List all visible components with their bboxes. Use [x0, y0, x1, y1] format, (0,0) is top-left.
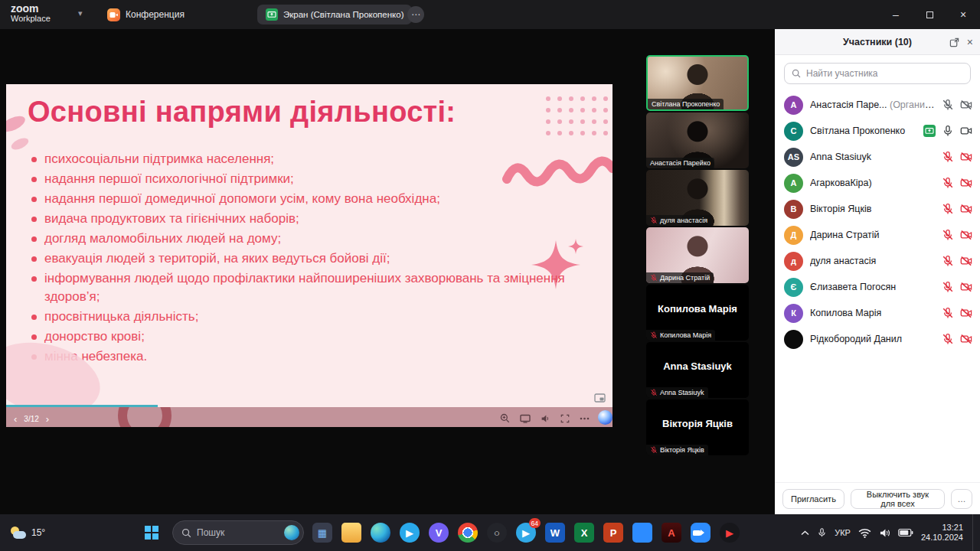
video-tile[interactable]: Світлана Прокопенко [646, 55, 749, 111]
task-view-icon[interactable]: ▦ [308, 516, 337, 549]
close-button[interactable]: × [946, 0, 980, 29]
prev-slide-button[interactable]: ‹ [14, 416, 17, 423]
muted-mic-icon [650, 217, 658, 224]
tray-mic-icon[interactable] [817, 527, 827, 538]
powerpoint-icon[interactable]: P [599, 516, 628, 549]
participant-display-name: Вікторія Яцків [646, 418, 749, 429]
show-desktop-strip[interactable] [972, 514, 975, 551]
slide-bullet-list: психосоціальни підтримка населення;надан… [31, 150, 567, 367]
language-indicator[interactable]: УКР [835, 528, 851, 537]
fullscreen-icon[interactable] [560, 414, 570, 423]
participant-row[interactable]: Рідкобородий Данил [784, 326, 972, 352]
screen-view-icon[interactable] [520, 414, 531, 423]
next-slide-button[interactable]: › [46, 416, 49, 423]
slide-bullet: донорство крові; [31, 328, 567, 346]
tray-chevron-up-icon[interactable] [801, 530, 809, 536]
video-tile[interactable]: Дарина Стратій [646, 227, 749, 283]
zoom-in-icon[interactable] [500, 413, 510, 423]
video-off-icon [960, 151, 972, 163]
muted-mic-icon [650, 331, 658, 339]
file-explorer-icon[interactable] [337, 516, 366, 549]
panel-more-button[interactable]: … [951, 489, 972, 509]
slide-bullet: психосоціальни підтримка населення; [31, 150, 567, 168]
yt-music-icon[interactable]: ▶ [715, 516, 744, 549]
slide-bullet: мінна небезпека. [31, 347, 567, 366]
decoration-dots [546, 96, 608, 135]
sound-icon[interactable] [541, 414, 550, 423]
mute-all-button[interactable]: Выключить звук для всех [851, 489, 945, 509]
participant-name: дуля анастасія [810, 256, 936, 266]
video-tile[interactable]: дуля анастасія [646, 170, 749, 226]
maximize-button[interactable] [913, 0, 946, 29]
participant-name: Єлизавета Погосян [810, 282, 936, 292]
participant-row[interactable]: ККопилова Марія [784, 300, 972, 326]
participant-row[interactable]: ASAnna Stasiuyk [784, 144, 972, 170]
participant-row[interactable]: ЄЄлизавета Погосян [784, 274, 972, 300]
telegram-icon[interactable]: ▶ [395, 516, 424, 549]
popout-panel-icon[interactable] [949, 37, 959, 47]
video-off-icon [960, 255, 972, 267]
participant-row[interactable]: ддуля анастасія [784, 248, 972, 274]
video-off-icon [960, 307, 972, 319]
zoom-app-icon[interactable] [686, 516, 715, 549]
viber-icon[interactable]: V [424, 516, 453, 549]
start-button[interactable] [135, 516, 168, 549]
taskbar-search[interactable] [172, 520, 304, 545]
mic-muted-icon [942, 307, 954, 319]
excel-icon[interactable]: X [570, 516, 599, 549]
obs-studio-icon[interactable]: ○ [482, 516, 511, 549]
video-off-icon [960, 99, 972, 111]
mic-muted-icon [942, 151, 954, 163]
mic-muted-icon [942, 281, 954, 293]
volume-icon[interactable] [879, 528, 890, 538]
close-panel-icon[interactable]: × [967, 36, 973, 48]
search-highlight-icon [284, 525, 299, 540]
battery-icon[interactable] [898, 528, 913, 537]
logo-workplace-text: Workplace [11, 15, 51, 24]
chrome-browser-icon[interactable] [453, 516, 482, 549]
video-tile-name-label: Anna Stasiuyk [646, 387, 708, 398]
video-tile[interactable]: Вікторія ЯцківВікторія Яцків [646, 399, 749, 455]
weather-widget[interactable]: 15° [6, 514, 50, 551]
system-tray: УКР 13:21 24.10.2024 [801, 514, 975, 551]
tab-more-button[interactable]: ⋯ [407, 6, 424, 23]
participants-panel: Участники (10) × ААнастасія Паре... (Орг… [775, 29, 980, 514]
minimize-button[interactable]: – [879, 0, 913, 29]
more-options-icon[interactable] [580, 417, 590, 420]
teams-icon[interactable] [628, 516, 657, 549]
messenger-icon[interactable]: ▶64 [511, 516, 541, 549]
windows-taskbar: 15° ▦▶V○▶64WXPA▶ УКР [0, 514, 980, 551]
tab-meeting[interactable]: Конференция [107, 5, 185, 24]
video-off-icon [960, 229, 972, 241]
word-icon[interactable]: W [541, 516, 570, 549]
participant-row[interactable]: ААнастасія Паре... (Организатор, я) [784, 92, 972, 118]
participant-row[interactable]: CСвітлана Прокопенко [784, 118, 972, 144]
slide-bullet: надання першої домедичної допомоги усім,… [31, 190, 567, 208]
screen-share-icon [266, 8, 278, 21]
edge-browser-icon[interactable] [366, 516, 395, 549]
chevron-down-icon[interactable]: ▾ [78, 8, 83, 18]
participant-row[interactable]: ДДарина Стратій [784, 222, 972, 248]
participant-search[interactable] [784, 63, 971, 84]
tab-shared-screen[interactable]: Экран (Світлана Прокопенко) [257, 5, 412, 24]
participant-display-name: Anna Stasiuyk [646, 360, 749, 372]
picture-in-picture-icon[interactable] [594, 393, 606, 403]
participant-search-input[interactable] [806, 68, 963, 79]
wifi-icon[interactable] [858, 528, 871, 538]
assistant-sphere-icon[interactable] [598, 410, 612, 425]
participant-row[interactable]: ААгарковаКіра) [784, 170, 972, 196]
weather-icon [11, 527, 26, 539]
taskbar-search-input[interactable] [197, 527, 279, 538]
slide-bullet: евакуація людей з територій, на яких вед… [31, 249, 567, 268]
acrobat-icon[interactable]: A [657, 516, 686, 549]
muted-mic-icon [650, 446, 658, 454]
video-tile[interactable]: Копилова МаріяКопилова Марія [646, 285, 749, 341]
clock[interactable]: 13:21 24.10.2024 [921, 523, 965, 543]
video-tile[interactable]: Анастасія Парейко [646, 112, 749, 168]
video-tile[interactable]: Anna StasiuykAnna Stasiuyk [646, 342, 749, 398]
invite-button[interactable]: Пригласить [782, 489, 844, 509]
slide-bullet: надання першої психологічної підтримки; [31, 170, 567, 188]
video-off-icon [960, 281, 972, 293]
video-tile-name-label: Вікторія Яцків [646, 445, 708, 455]
participant-row[interactable]: ВВікторія Яцків [784, 196, 972, 222]
